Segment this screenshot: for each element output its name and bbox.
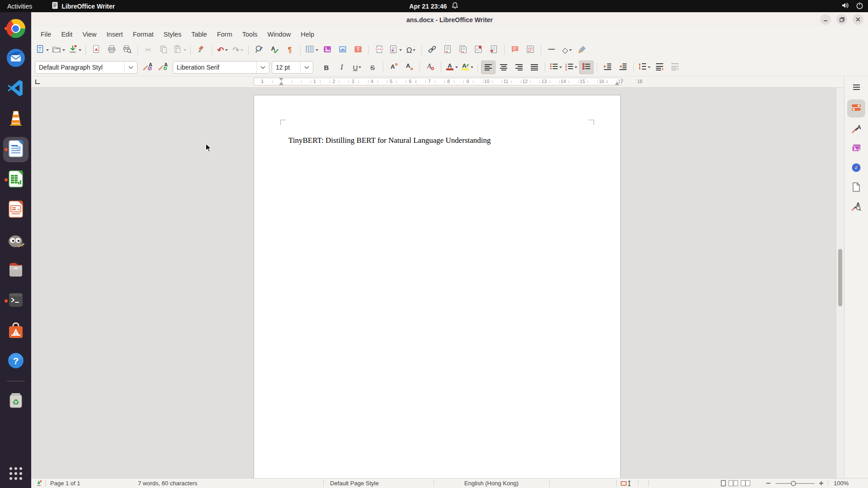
right-indent-marker[interactable]: [615, 82, 619, 85]
insert-text-box-button[interactable]: T: [351, 43, 365, 57]
show-draw-functions-button[interactable]: [575, 43, 590, 57]
zoom-out-button[interactable]: [766, 479, 771, 488]
clone-formatting-button[interactable]: [194, 43, 208, 57]
insert-footnote-button[interactable]: [440, 43, 455, 57]
insert-endnote-button[interactable]: [456, 43, 470, 57]
view-layout-buttons[interactable]: [721, 479, 750, 488]
dock-item-vscode[interactable]: [3, 78, 28, 100]
dropdown-arrow[interactable]: [471, 66, 473, 68]
dock-item-trash[interactable]: ♻: [3, 390, 28, 412]
document-page[interactable]: TinyBERT: Distilling BERT for Natural La…: [254, 95, 621, 478]
dropdown-arrow[interactable]: [648, 66, 651, 68]
sidebar-navigator-tab[interactable]: [848, 161, 864, 176]
dropdown-arrow[interactable]: [569, 49, 572, 51]
insert-chart-button[interactable]: [335, 43, 350, 57]
zoom-level[interactable]: 100%: [834, 479, 849, 488]
print-preview-button[interactable]: [120, 43, 134, 57]
paragraph-style-combo[interactable]: Default Paragraph Styl: [35, 61, 137, 74]
update-style-button[interactable]: A: [140, 61, 155, 74]
chevron-down-icon[interactable]: [256, 61, 269, 73]
open-button[interactable]: [51, 43, 66, 57]
formatting-marks-button[interactable]: ¶: [283, 43, 297, 57]
sidebar-page-tab[interactable]: [848, 181, 864, 195]
dock-item-help[interactable]: ?: [3, 351, 28, 372]
dock-item-libreoffice-calc[interactable]: [3, 169, 28, 191]
menu-insert[interactable]: Insert: [102, 29, 128, 40]
system-status-area[interactable]: [841, 2, 863, 11]
chevron-down-icon[interactable]: [124, 61, 137, 73]
menu-table[interactable]: Table: [186, 29, 212, 40]
underline-button[interactable]: U: [350, 61, 364, 74]
zoom-slider[interactable]: [775, 479, 816, 488]
minimize-button[interactable]: [820, 14, 831, 25]
menu-form[interactable]: Form: [212, 29, 237, 40]
italic-button[interactable]: I: [335, 61, 349, 74]
insert-horizontal-line-button[interactable]: [544, 43, 559, 57]
menu-tools[interactable]: Tools: [237, 29, 263, 40]
save-status-icon[interactable]: [36, 479, 42, 488]
dock-item-vlc[interactable]: [3, 108, 28, 130]
justify-button[interactable]: [527, 61, 542, 74]
sidebar-gallery-tab[interactable]: [848, 142, 864, 156]
tab-stop-selector[interactable]: [34, 78, 41, 85]
print-button[interactable]: [104, 43, 119, 57]
bold-button[interactable]: B: [319, 61, 334, 74]
dropdown-arrow[interactable]: [455, 66, 458, 68]
dock-item-ubuntu-software[interactable]: [3, 320, 28, 342]
new-style-button[interactable]: A: [156, 61, 170, 74]
menu-format[interactable]: Format: [128, 29, 159, 40]
subscript-button[interactable]: AB: [402, 61, 416, 74]
page-info[interactable]: Page 1 of 1: [50, 479, 80, 488]
dropdown-arrow[interactable]: [359, 66, 361, 68]
dock-item-libreoffice-writer[interactable]: [3, 137, 28, 162]
scrollbar-thumb[interactable]: [838, 249, 842, 306]
dock-item-show-applications[interactable]: [3, 464, 28, 485]
insert-table-button[interactable]: [304, 43, 319, 57]
page-style[interactable]: Default Page Style: [330, 479, 379, 488]
insert-field-button[interactable]: [387, 43, 403, 57]
activities-button[interactable]: Activities: [0, 0, 39, 12]
align-left-button[interactable]: [481, 61, 495, 74]
sidebar-styles-tab[interactable]: A: [848, 122, 864, 137]
spelling-button[interactable]: A: [267, 43, 282, 57]
highlight-color-button[interactable]: A: [460, 61, 474, 74]
menu-file[interactable]: File: [36, 29, 56, 40]
save-button[interactable]: [67, 43, 82, 57]
decrease-indent-button[interactable]: [616, 61, 630, 74]
dropdown-arrow[interactable]: [575, 66, 577, 68]
track-changes-button[interactable]: [523, 43, 538, 57]
dropdown-arrow[interactable]: [413, 49, 415, 51]
menu-view[interactable]: View: [77, 29, 101, 40]
dock-item-files[interactable]: [3, 260, 28, 282]
increase-indent-button[interactable]: [600, 61, 615, 74]
dropdown-arrow[interactable]: [225, 49, 228, 51]
align-center-button[interactable]: [496, 61, 511, 74]
basic-shapes-button[interactable]: ◇: [560, 43, 574, 57]
strikethrough-button[interactable]: S: [365, 61, 380, 74]
ordered-list-button[interactable]: 123: [564, 61, 578, 74]
insert-image-button[interactable]: [320, 43, 335, 57]
dock-item-libreoffice-impress[interactable]: [3, 199, 28, 221]
undo-button[interactable]: ↶: [215, 43, 230, 57]
font-color-button[interactable]: A: [444, 61, 459, 74]
find-replace-button[interactable]: [252, 43, 266, 57]
insert-hyperlink-button[interactable]: [425, 43, 439, 57]
vertical-scrollbar[interactable]: [836, 88, 844, 478]
zoom-in-button[interactable]: [819, 479, 824, 488]
insert-special-character-button[interactable]: Ω: [404, 43, 418, 57]
font-size-combo[interactable]: 12 pt: [272, 61, 313, 74]
line-spacing-button[interactable]: [637, 61, 651, 74]
selection-mode-icon[interactable]: [621, 479, 632, 488]
menu-window[interactable]: Window: [263, 29, 296, 40]
restore-button[interactable]: [836, 14, 847, 25]
no-list-button[interactable]: [579, 61, 594, 74]
dock-item-terminal[interactable]: [3, 290, 28, 312]
focused-app-indicator[interactable]: LibreOffice Writer: [52, 2, 115, 10]
menu-help[interactable]: Help: [296, 29, 319, 40]
insert-page-break-button[interactable]: [372, 43, 387, 57]
menu-styles[interactable]: Styles: [159, 29, 187, 40]
dropdown-arrow[interactable]: [79, 49, 81, 51]
dropdown-arrow[interactable]: [316, 49, 318, 51]
dropdown-arrow[interactable]: [46, 49, 49, 51]
dropdown-arrow[interactable]: [399, 49, 402, 51]
